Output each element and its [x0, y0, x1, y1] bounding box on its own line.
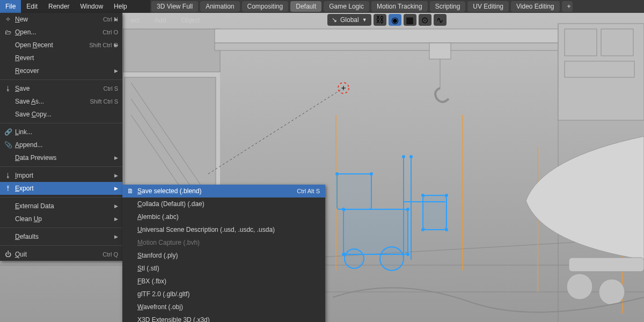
- svg-rect-18: [565, 61, 634, 77]
- menu-item-label: Open Recent: [13, 41, 89, 49]
- svg-rect-34: [423, 195, 447, 230]
- svg-point-40: [370, 172, 373, 175]
- separator: [0, 228, 122, 228]
- layout-tab-game-logic[interactable]: Game Logic: [324, 1, 369, 12]
- link-icon[interactable]: ⛓: [374, 14, 386, 26]
- file-menu-save[interactable]: ⭳SaveCtrl S: [0, 82, 122, 95]
- menu-item-label: Save: [13, 85, 104, 92]
- svg-point-44: [445, 194, 448, 197]
- export-universal-scene-description-usd-usdc-usda[interactable]: Universal Scene Description (.usd, .usdc…: [122, 223, 325, 236]
- export-stl-stl[interactable]: Stl (.stl): [122, 262, 325, 275]
- file-menu-external-data[interactable]: External Data▶: [0, 200, 122, 213]
- menu-edit[interactable]: Edit: [21, 0, 43, 13]
- shortcut-label: Ctrl Alt S: [297, 188, 320, 194]
- file-menu-export[interactable]: ⭱Export▶: [0, 182, 122, 195]
- shortcut-label: Shift Ctrl S: [90, 98, 118, 105]
- file-menu-link[interactable]: 🔗Link...: [0, 126, 122, 138]
- export-x3d-extensible-3d-x3d[interactable]: X3D Extensible 3D (.x3d): [122, 313, 325, 322]
- menu-item-label: Open...: [13, 28, 103, 36]
- export-gltf-2-0-glb-gltf[interactable]: glTF 2.0 (.glb/.gltf): [122, 288, 325, 301]
- menu-help[interactable]: Help: [108, 0, 133, 13]
- magnet-icon[interactable]: ⊙: [419, 14, 431, 26]
- file-menu-new[interactable]: ✧NewCtrl N▶: [0, 13, 122, 26]
- svg-point-38: [406, 253, 409, 256]
- header-object[interactable]: Object: [177, 17, 204, 24]
- file-menu-revert[interactable]: Revert: [0, 52, 122, 64]
- chevron-right-icon: ▶: [114, 42, 118, 48]
- svg-point-37: [342, 253, 345, 256]
- snap-icon[interactable]: ◉: [389, 14, 401, 26]
- orientation-controls: ↘ Global ▼ ⛓ ◉ ▦ ⊙ ∿: [327, 14, 447, 26]
- chevron-right-icon: ▶: [114, 68, 118, 74]
- shortcut-label: Ctrl O: [103, 29, 118, 35]
- menu-window[interactable]: Window: [75, 0, 108, 13]
- export-collada-default-dae[interactable]: Collada (Default) (.dae): [122, 197, 325, 210]
- file-menu-import[interactable]: ⭳Import▶: [0, 169, 122, 182]
- svg-point-42: [409, 155, 413, 158]
- menu-item-label: Stl (.stl): [135, 265, 320, 272]
- menu-item-label: Data Previews: [13, 154, 118, 162]
- shortcut-label: Ctrl Q: [103, 251, 118, 258]
- grid-icon[interactable]: ▦: [404, 14, 416, 26]
- layout-tab-uv-editing[interactable]: UV Editing: [467, 1, 509, 12]
- layout-tab-animation[interactable]: Animation: [200, 1, 239, 12]
- export-alembic-abc[interactable]: Alembic (.abc): [122, 210, 325, 223]
- svg-point-36: [406, 208, 409, 211]
- layout-tab-video-editing[interactable]: Video Editing: [511, 1, 560, 12]
- menu-file[interactable]: File: [0, 0, 21, 13]
- file-menu-clean-up[interactable]: Clean Up▶: [0, 213, 122, 225]
- 🗎-icon: 🗎: [126, 187, 135, 195]
- header-add[interactable]: Add: [150, 17, 170, 24]
- menu-render[interactable]: Render: [43, 0, 75, 13]
- menu-item-label: Quit: [13, 251, 103, 258]
- svg-point-41: [402, 155, 405, 158]
- svg-point-43: [421, 194, 425, 197]
- layout-tab-compositing[interactable]: Compositing: [242, 1, 289, 12]
- selected-object: [335, 155, 448, 270]
- svg-rect-13: [429, 43, 451, 59]
- file-menu-defaults[interactable]: Defaults▶: [0, 230, 122, 243]
- menu-item-label: Clean Up: [13, 215, 118, 223]
- layout-tab-default[interactable]: Default: [290, 1, 321, 12]
- menu-item-label: Revert: [13, 54, 118, 62]
- export-wavefront-obj[interactable]: Wavefront (.obj): [122, 301, 325, 313]
- menu-item-label: Universal Scene Description (.usd, .usdc…: [135, 226, 320, 233]
- svg-rect-12: [215, 43, 558, 50]
- header-ect[interactable]: ect: [127, 17, 144, 24]
- file-menu-open[interactable]: 🗁Open...Ctrl O: [0, 26, 122, 39]
- file-menu-open-recent[interactable]: Open RecentShift Ctrl O▶: [0, 39, 122, 52]
- file-menu-data-previews[interactable]: Data Previews▶: [0, 151, 122, 164]
- menu-item-label: Defaults: [13, 233, 118, 240]
- file-menu-append[interactable]: 📎Append...: [0, 138, 122, 151]
- export-stanford-ply[interactable]: Stanford (.ply): [122, 249, 325, 262]
- chevron-right-icon: ▶: [114, 17, 118, 22]
- file-menu-save-copy[interactable]: Save Copy...: [0, 108, 122, 121]
- export-save-selected-blend[interactable]: 🗎Save selected (.blend)Ctrl Alt S: [122, 185, 325, 197]
- chevron-down-icon: ▼: [362, 17, 367, 23]
- curve-icon[interactable]: ∿: [434, 14, 447, 26]
- menu-item-label: Link...: [13, 128, 118, 136]
- layout-tab-3d-view-full[interactable]: 3D View Full: [151, 1, 198, 12]
- chevron-right-icon: ▶: [114, 203, 118, 209]
- menu-item-label: Import: [13, 172, 118, 179]
- menu-item-label: Recover: [13, 67, 118, 75]
- ⭳-icon: ⭳: [3, 85, 13, 92]
- export-fbx-fbx[interactable]: FBX (.fbx): [122, 275, 325, 288]
- layout-tab-motion-tracking[interactable]: Motion Tracking: [371, 1, 428, 12]
- layout-tab-scripting[interactable]: Scripting: [430, 1, 466, 12]
- menu-item-label: Alembic (.abc): [135, 213, 320, 221]
- cursor-3d: [338, 83, 349, 93]
- shortcut-label: Shift Ctrl O: [89, 42, 118, 48]
- file-menu-save-as[interactable]: Save As...Shift Ctrl S: [0, 95, 122, 108]
- axes-icon: ↘: [332, 16, 337, 24]
- file-menu-recover[interactable]: Recover▶: [0, 64, 122, 77]
- menu-item-label: Export: [13, 185, 118, 192]
- svg-line-19: [208, 88, 343, 174]
- add-layout-button[interactable]: +: [562, 1, 573, 12]
- 🔗-icon: 🔗: [3, 128, 13, 136]
- menu-item-label: Save Copy...: [13, 111, 118, 118]
- orientation-dropdown[interactable]: ↘ Global ▼: [327, 14, 371, 26]
- menu-item-label: Save As...: [13, 98, 90, 105]
- file-menu-quit[interactable]: ⏻QuitCtrl Q: [0, 248, 122, 261]
- orientation-label: Global: [340, 16, 359, 24]
